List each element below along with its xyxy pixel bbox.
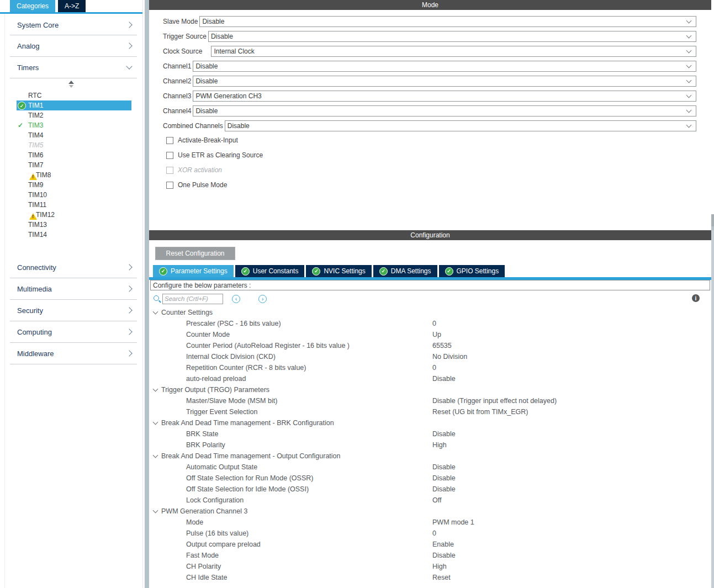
parameter-row-repetition-counter-rcr-8-bits-value[interactable]: Repetition Counter (RCR - 8 bits value) …: [149, 362, 711, 373]
dropdown-channel1[interactable]: Disable: [193, 61, 696, 72]
checkbox[interactable]: [166, 137, 173, 144]
sidebar-item-tim1[interactable]: TIM1: [17, 100, 131, 110]
parameter-value[interactable]: Disable: [432, 474, 456, 482]
sidebar-item-tim3[interactable]: TIM3: [17, 120, 131, 130]
parameter-value[interactable]: Disable (Trigger input effect not delaye…: [432, 397, 557, 405]
parameter-group-trigger-output-trgo-parameters[interactable]: Trigger Output (TRGO) Parameters: [149, 384, 711, 395]
sidebar-item-tim10[interactable]: TIM10: [17, 190, 131, 200]
sidebar-item-tim8[interactable]: TIM8: [17, 170, 131, 180]
sidebar-item-tim12[interactable]: TIM12: [17, 210, 131, 220]
parameter-value[interactable]: 0: [432, 364, 436, 372]
parameter-group-pwm-generation-channel-3[interactable]: PWM Generation Channel 3: [149, 506, 711, 517]
sidebar-item-tim11[interactable]: TIM11: [17, 200, 131, 210]
vertical-splitter[interactable]: [145, 0, 149, 588]
parameter-row-ch-idle-state[interactable]: CH Idle State Reset: [149, 572, 711, 583]
parameter-value[interactable]: Up: [432, 331, 441, 338]
tab-gpio-settings[interactable]: GPIO Settings: [439, 265, 505, 277]
parameter-value[interactable]: Disable: [432, 375, 456, 383]
dropdown-channel3[interactable]: PWM Generation CH3: [193, 91, 696, 102]
parameter-value[interactable]: Reset: [432, 574, 451, 581]
chevron-down-icon[interactable]: [154, 422, 157, 424]
parameter-group-break-and-dead-time-management-output-configuration[interactable]: Break And Dead Time management - Output …: [149, 451, 711, 462]
parameter-row-counter-mode[interactable]: Counter Mode Up: [149, 329, 711, 340]
parameter-value[interactable]: PWM mode 1: [432, 518, 474, 526]
sidebar-section-connectivity[interactable]: Connectivity: [10, 257, 137, 278]
sidebar-section-multimedia[interactable]: Multimedia: [10, 278, 137, 300]
info-icon[interactable]: [692, 294, 700, 302]
chevron-down-icon[interactable]: [154, 389, 157, 391]
sidebar-section-timers[interactable]: Timers: [10, 57, 137, 78]
checkbox-row-use-etr-as-clearing-source[interactable]: Use ETR as Clearing Source: [166, 151, 696, 159]
checkbox[interactable]: [166, 182, 173, 189]
sidebar-item-tim6[interactable]: TIM6: [17, 150, 131, 160]
parameter-value[interactable]: Reset (UG bit from TIMx_EGR): [432, 408, 528, 416]
sidebar-section-analog[interactable]: Analog: [10, 35, 137, 57]
chevron-down-icon[interactable]: [154, 510, 157, 512]
sidebar-item-tim5[interactable]: TIM5: [17, 140, 131, 150]
scroll-up-icon[interactable]: [68, 81, 74, 84]
reset-configuration-button[interactable]: Reset Configuration: [155, 247, 235, 260]
parameter-row-automatic-output-state[interactable]: Automatic Output State Disable: [149, 462, 711, 473]
sidebar-item-tim4[interactable]: TIM4: [17, 130, 131, 140]
parameter-value[interactable]: Disable: [432, 552, 456, 559]
next-arrow-icon[interactable]: ›: [258, 295, 267, 303]
parameter-value[interactable]: 0: [432, 320, 436, 327]
dropdown-combined-channels[interactable]: Disable: [225, 120, 696, 131]
parameter-row-auto-reload-preload[interactable]: auto-reload preload Disable: [149, 373, 711, 384]
parameter-value[interactable]: Disable: [432, 430, 456, 438]
dropdown-slave-mode[interactable]: Disable: [199, 16, 696, 27]
parameter-value[interactable]: Off: [432, 496, 441, 504]
prev-arrow-icon[interactable]: ‹: [232, 295, 240, 303]
sidebar-item-tim2[interactable]: TIM2: [17, 110, 131, 120]
parameter-value[interactable]: High: [432, 441, 447, 449]
scroll-down-icon[interactable]: [69, 85, 73, 88]
parameter-group-break-and-dead-time-management-brk-configuration[interactable]: Break And Dead Time management - BRK Con…: [149, 417, 711, 428]
sidebar-section-middleware[interactable]: Middleware: [10, 343, 137, 364]
parameter-value[interactable]: 0: [432, 529, 436, 537]
tab-categories[interactable]: Categories: [10, 0, 55, 12]
sidebar-section-system-core[interactable]: System Core: [10, 15, 137, 35]
checkbox[interactable]: [166, 152, 173, 159]
parameter-row-mode[interactable]: Mode PWM mode 1: [149, 517, 711, 528]
sidebar-item-tim14[interactable]: TIM14: [17, 230, 131, 240]
parameter-row-prescaler-psc-16-bits-value[interactable]: Prescaler (PSC - 16 bits value) 0: [149, 318, 711, 329]
parameter-value[interactable]: High: [432, 563, 447, 570]
search-input[interactable]: [162, 294, 223, 304]
parameter-row-pulse-16-bits-value[interactable]: Pulse (16 bits value) 0: [149, 528, 711, 539]
tab-dma-settings[interactable]: DMA Settings: [373, 265, 437, 277]
scroll-spinner-icon[interactable]: [0, 81, 142, 88]
parameter-row-ch-polarity[interactable]: CH Polarity High: [149, 561, 711, 572]
tab-nvic-settings[interactable]: NVIC Settings: [306, 265, 371, 277]
dropdown-trigger-source[interactable]: Disable: [208, 31, 696, 42]
checkbox-row-activate-break-input[interactable]: Activate-Break-Input: [166, 136, 696, 144]
parameter-row-trigger-event-selection[interactable]: Trigger Event Selection Reset (UG bit fr…: [149, 406, 711, 417]
parameter-row-brk-polarity[interactable]: BRK Polarity High: [149, 439, 711, 451]
parameter-value[interactable]: 65535: [432, 342, 452, 349]
parameter-row-off-state-selection-for-run-mode-ossr[interactable]: Off State Selection for Run Mode (OSSR) …: [149, 473, 711, 484]
sidebar-item-tim13[interactable]: TIM13: [17, 220, 131, 230]
parameter-value[interactable]: Disable: [432, 463, 456, 471]
dropdown-clock-source[interactable]: Internal Clock: [211, 46, 696, 57]
parameter-value[interactable]: No Division: [432, 353, 467, 361]
parameter-row-off-state-selection-for-idle-mode-ossi[interactable]: Off State Selection for Idle Mode (OSSI)…: [149, 484, 711, 495]
checkbox-row-one-pulse-mode[interactable]: One Pulse Mode: [166, 181, 696, 189]
sidebar-section-security[interactable]: Security: [10, 300, 137, 321]
sidebar-item-tim7[interactable]: TIM7: [17, 160, 131, 170]
parameter-row-internal-clock-division-ckd[interactable]: Internal Clock Division (CKD) No Divisio…: [149, 351, 711, 362]
tab-user-constants[interactable]: User Constants: [235, 265, 305, 277]
sidebar-item-rtc[interactable]: RTC: [17, 91, 131, 100]
parameter-group-counter-settings[interactable]: Counter Settings: [149, 307, 711, 318]
parameter-value[interactable]: Enable: [432, 541, 454, 548]
tab-parameter-settings[interactable]: Parameter Settings: [153, 265, 234, 277]
chevron-down-icon[interactable]: [154, 455, 157, 457]
dropdown-channel4[interactable]: Disable: [193, 105, 696, 116]
parameter-row-output-compare-preload[interactable]: Output compare preload Enable: [149, 539, 711, 550]
parameter-row-lock-configuration[interactable]: Lock Configuration Off: [149, 495, 711, 506]
parameter-row-brk-state[interactable]: BRK State Disable: [149, 428, 711, 439]
sidebar-section-computing[interactable]: Computing: [10, 321, 137, 343]
tab-a-to-z[interactable]: A->Z: [58, 0, 86, 12]
checkbox-row-xor-activation[interactable]: XOR activation: [166, 166, 696, 174]
sidebar-item-tim9[interactable]: TIM9: [17, 180, 131, 190]
parameter-value[interactable]: Disable: [432, 485, 456, 493]
checkbox[interactable]: [166, 167, 173, 174]
